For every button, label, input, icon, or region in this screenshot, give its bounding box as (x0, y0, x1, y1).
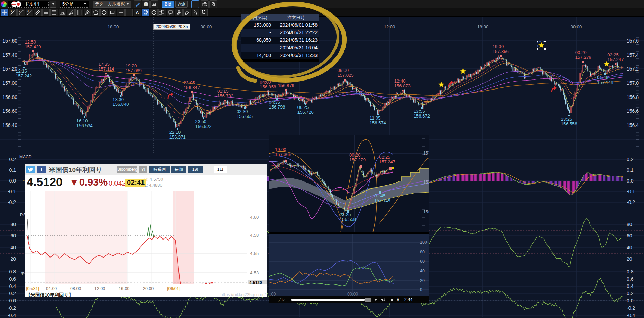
swing-label: 12:50157.429 (25, 40, 41, 49)
us10y-tab-1週[interactable]: 1週 (188, 166, 203, 173)
swing-price: 157.242 (16, 74, 32, 78)
technical-select-button[interactable]: テクニカル選択 (93, 1, 131, 8)
subtitle-A-icon[interactable]: A (397, 298, 399, 302)
tool-trendline-2[interactable]: 2 (17, 9, 25, 16)
order-row[interactable]: 14,4002024/05/31 15:33 (241, 52, 319, 59)
tool-text-A[interactable]: A (134, 9, 141, 16)
swing-time: 12:50 (25, 40, 41, 45)
swing-marker (615, 63, 616, 65)
ichimoku-swing-marker (285, 160, 287, 162)
zoom-out-button[interactable] (201, 0, 209, 8)
tool-hlines-4[interactable] (50, 9, 58, 16)
tool-hlines-3[interactable] (42, 9, 50, 16)
hlines-4-icon (51, 9, 57, 16)
swing-price: 156.840 (112, 102, 129, 107)
swing-price: 157.025 (337, 73, 353, 78)
price-axis-right-label: 156.6 (627, 108, 639, 114)
us10y-header: f 米国債10年利回り BloombergY!時系列長期1週1日 (25, 164, 267, 175)
tool-icon-stamp-smiley[interactable]: ICON (142, 9, 149, 16)
price-axis-left-label: 156.40 (2, 122, 17, 128)
rectangle-icon (109, 9, 116, 16)
swing-time: 02:25 (607, 53, 624, 57)
swing-price: 157.114 (98, 67, 114, 72)
swing-time: 12:40 (394, 79, 411, 84)
tool-crosshair[interactable] (1, 9, 8, 16)
momentum-tick: -0.2 (627, 305, 635, 311)
svg-text:4.60: 4.60 (250, 215, 259, 220)
tool-vlines[interactable] (75, 9, 83, 16)
tool-gann-fan[interactable] (84, 9, 91, 16)
macd-tick: 0.0 (2, 178, 16, 184)
oscillator-y-tick: 80 (420, 250, 425, 254)
swing-price: 157.279 (575, 55, 591, 60)
tool-circle[interactable] (100, 9, 108, 16)
swing-price: 156.879 (278, 83, 294, 88)
tool-wrench[interactable] (175, 9, 183, 16)
swing-label: 01:15156.732 (217, 89, 233, 99)
order-row[interactable]: -2024/05/31 22:22 (241, 29, 319, 37)
chevron-down-icon (126, 3, 129, 5)
swing-price: 157.149 (597, 80, 613, 85)
pair-dropdown-button[interactable] (50, 1, 56, 8)
volume-icon[interactable] (381, 298, 385, 302)
tool-fan-lines[interactable] (67, 9, 75, 16)
svg-text:A: A (136, 10, 139, 15)
facebook-share-button[interactable]: f (37, 166, 46, 173)
tool-callout[interactable] (167, 9, 174, 16)
svg-text:1: 1 (11, 10, 12, 12)
tool-trendline-1[interactable]: 1 (9, 9, 17, 16)
video-left-text: ブレ (277, 297, 289, 302)
us10y-tab-1日[interactable]: 1日 (214, 166, 227, 173)
us10y-x-tick: 08:00 (70, 286, 81, 291)
ichimoku-swing-label: 23:25156.558 (340, 212, 356, 222)
tool-magnet[interactable] (200, 9, 208, 16)
swing-marker (604, 73, 606, 75)
twitter-share-button[interactable] (26, 166, 35, 173)
tool-ruler[interactable] (34, 9, 42, 16)
rsi-tick: 60 (627, 233, 632, 238)
us10y-tab-長期[interactable]: 長期 (171, 166, 186, 173)
us10y-tab-Y![interactable]: Y! (139, 166, 147, 173)
tool-clock[interactable] (150, 9, 158, 16)
order-row[interactable]: 153,0002024/06/01 01:58 (241, 21, 319, 29)
svg-text:3: 3 (27, 10, 29, 12)
swing-marker (377, 114, 379, 115)
order-row[interactable]: -2024/05/31 16:04 (241, 44, 319, 52)
waveform-icon (192, 1, 198, 7)
us10y-x-tick: 04:00 (46, 286, 57, 291)
tool-vertical-line[interactable] (125, 9, 133, 16)
tool-settings-list[interactable] (192, 9, 199, 16)
video-progress-bar[interactable] (291, 299, 365, 301)
video-progress-handle[interactable] (365, 298, 371, 302)
tool-horizontal-line[interactable] (117, 9, 125, 16)
ask-button[interactable]: Ask (175, 1, 188, 8)
order-row[interactable]: 68,8502024/05/31 16:23 (241, 37, 319, 44)
bid-button[interactable]: Bid (162, 1, 174, 8)
zoom-in-button[interactable] (209, 0, 217, 8)
chart-style-button[interactable] (150, 0, 158, 8)
tool-trendline-3[interactable]: 3 (26, 9, 33, 16)
tool-pentagon[interactable] (92, 9, 100, 16)
tool-rectangle[interactable] (109, 9, 116, 16)
momentum-tick: -0.4 (2, 312, 16, 318)
pentagon-icon (93, 9, 99, 16)
momentum-tick: 0.4 (2, 283, 16, 289)
pair-select[interactable]: ドル/円 (8, 1, 49, 8)
us10y-price: 4.5120 (27, 175, 63, 189)
us10y-tab-Bloomberg[interactable]: Bloomberg (117, 166, 137, 173)
play-icon[interactable] (374, 298, 377, 301)
timeframe-select[interactable]: 5分足 (60, 1, 89, 8)
tool-copy[interactable] (158, 9, 166, 16)
info-button[interactable]: i (142, 0, 150, 8)
ichimoku-swing-label: 01:45157.149 (374, 194, 390, 203)
swing-marker (105, 73, 107, 74)
draw-pencil-button[interactable] (134, 0, 141, 8)
us10y-high: H: 4.5750 (144, 177, 163, 182)
orders-table-header: 益(円換算) 注文日時 (241, 14, 319, 21)
tool-fibo-arcs[interactable] (59, 9, 66, 16)
tool-eraser[interactable] (183, 9, 191, 16)
us10y-tab-時系列[interactable]: 時系列 (149, 166, 170, 173)
time-axis-label: 00:00 (571, 24, 582, 29)
pip-icon[interactable] (389, 298, 393, 301)
indicator-window-button[interactable] (191, 0, 199, 8)
